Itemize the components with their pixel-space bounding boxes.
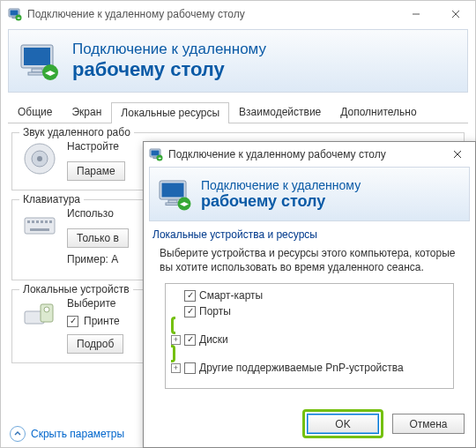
tree-item-pnp[interactable]: + Другие поддерживаемые PnP-устройства [171,360,448,376]
keyboard-combo[interactable]: Только в [67,228,129,248]
modal-banner-line2: рабочему столу [201,192,361,211]
drives-checkbox[interactable] [184,334,196,346]
svg-rect-22 [30,228,49,231]
tree-item-drives[interactable]: + Диски [171,332,448,347]
parent-banner: Подключение к удаленному рабочему столу [8,29,468,93]
modal-banner: Подключение к удаленному рабочему столу [149,167,470,221]
modal-close-button[interactable] [440,142,475,167]
modal-title: Подключение к удаленному рабочему столу [168,148,440,161]
svg-point-25 [44,307,49,312]
svg-rect-18 [36,220,39,223]
minimize-button[interactable] [396,1,435,27]
expander-icon[interactable]: + [171,335,181,345]
rdp-icon [149,147,163,161]
highlight-ok: OK [302,409,383,438]
highlight-drives: + Диски [171,317,448,362]
tab-experience[interactable]: Взаимодействие [229,101,331,123]
cancel-button[interactable]: Отмена [392,414,465,434]
tree-item-ports[interactable]: + Порты [171,303,448,319]
hide-options-label: Скрыть параметры [31,428,124,440]
svg-rect-15 [25,218,55,234]
collapse-arrow-icon [10,426,26,442]
svg-rect-21 [49,220,52,223]
modal-group-desc: Выберите устройства и ресурсы этого комп… [152,246,466,280]
modal-group: Локальные устройства и ресурсы Выберите … [152,228,466,389]
group-keyboard-legend: Клавиатура [19,193,84,205]
devices-more-button[interactable]: Подроб [67,334,123,354]
svg-rect-8 [24,48,50,65]
device-tree[interactable]: + Смарт-карты + Порты + Диски + Другие п… [165,283,454,389]
ok-button[interactable]: OK [307,414,379,434]
audio-settings-button[interactable]: Параме [67,161,125,181]
parent-titlebar: Подключение к удаленному рабочему столу [1,1,475,27]
printers-checkbox[interactable] [67,316,78,327]
svg-rect-28 [153,157,157,159]
modal-titlebar: Подключение к удаленному рабочему столу [144,142,475,167]
tab-display[interactable]: Экран [62,101,111,123]
group-devices-legend: Локальные устройств [19,283,133,295]
svg-rect-33 [162,183,184,198]
parent-banner-line1: Подключение к удаленному [72,41,266,58]
group-audio-legend: Звук удаленного рабо [19,126,134,138]
modal-window: Подключение к удаленному рабочему столу … [143,141,476,448]
speaker-icon [21,140,58,177]
pnp-checkbox[interactable] [184,362,196,374]
svg-rect-20 [45,220,48,223]
modal-banner-line1: Подключение к удаленному [201,178,361,192]
svg-rect-9 [32,69,42,72]
svg-rect-16 [27,220,30,223]
tab-advanced[interactable]: Дополнительно [331,101,426,123]
modal-group-label: Локальные устройства и ресурсы [152,228,466,241]
smartcards-label: Смарт-карты [199,289,263,302]
hide-options-link[interactable]: Скрыть параметры [10,426,124,442]
pnp-label: Другие поддерживаемые PnP-устройства [199,362,404,374]
tab-local-resources[interactable]: Локальные ресурсы [111,102,229,123]
expander-icon[interactable]: + [171,363,181,373]
tab-general[interactable]: Общие [8,101,62,123]
svg-point-14 [37,156,42,161]
tree-item-smartcards[interactable]: + Смарт-карты [171,287,448,303]
ports-label: Порты [199,305,231,317]
svg-rect-2 [12,17,16,19]
modal-button-row: OK Отмена [302,409,465,438]
parent-title: Подключение к удаленному рабочему столу [27,8,396,20]
drives-label: Диски [199,333,228,346]
svg-rect-27 [152,151,160,156]
devices-icon [21,297,58,334]
rdp-icon [8,7,22,21]
rdp-banner-icon [157,176,192,212]
ports-checkbox[interactable] [184,306,196,317]
keyboard-icon [21,207,58,244]
rdp-banner-icon [18,40,60,82]
smartcards-checkbox[interactable] [184,290,196,302]
svg-rect-1 [11,11,19,16]
close-button[interactable] [435,1,475,27]
svg-rect-17 [32,220,34,223]
printers-label: Принте [84,315,120,327]
parent-banner-line2: рабочему столу [72,58,266,81]
tabs: Общие Экран Локальные ресурсы Взаимодейс… [8,101,468,123]
svg-rect-19 [41,220,43,223]
